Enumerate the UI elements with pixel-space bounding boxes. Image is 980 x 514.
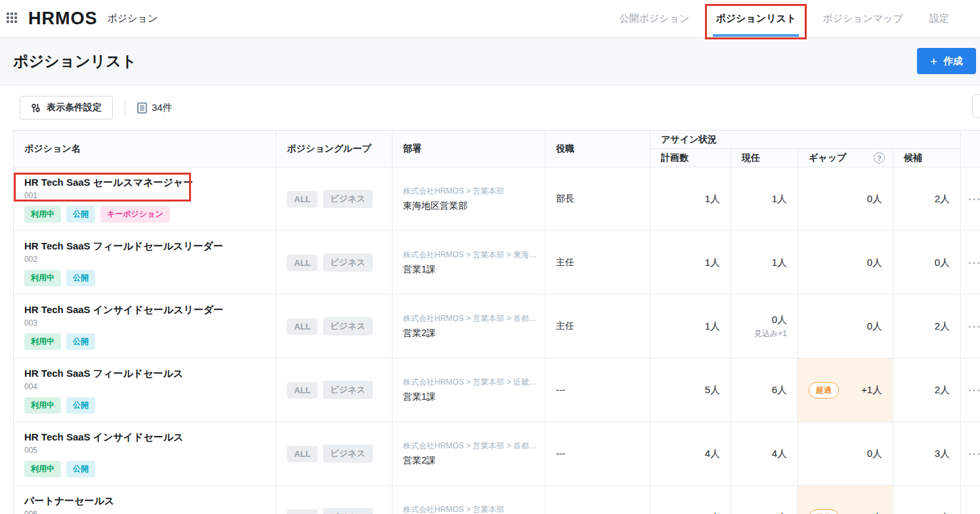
app-launcher-icon[interactable] (7, 12, 18, 24)
gap-value: +1人 (861, 384, 882, 396)
row-more-button[interactable]: ⋯ (961, 358, 980, 421)
column-header-department: 部署 (393, 131, 545, 167)
list-count-icon (137, 102, 147, 114)
row-more-button[interactable]: ⋯ (961, 295, 980, 358)
role-value: 部長 (556, 193, 574, 205)
toolbar-divider (125, 100, 125, 116)
badge-row: 利用中公開 (24, 397, 265, 414)
table-row: HR Tech SaaS インサイドセールス 005 利用中公開 ALLビジネス… (14, 422, 980, 486)
position-name-cell: パートナーセールス 006 利用中公開 (14, 486, 276, 514)
candidates-cell: 2人 (893, 167, 961, 230)
row-more-button[interactable]: ⋯ (961, 422, 980, 485)
current-value: 4人 (772, 448, 787, 460)
group-chip: ALL (287, 255, 318, 271)
current-value: 6人 (772, 384, 787, 396)
gap-value: 0人 (867, 320, 882, 333)
status-badge-active: 利用中 (24, 461, 61, 477)
department-breadcrumb[interactable]: 株式会社HRMOS > 営業本部 > 首都… (403, 313, 534, 324)
candidates-cell: 2人 (893, 295, 961, 358)
candidates-value: 2人 (935, 384, 950, 396)
role-cell: 部長 (545, 167, 650, 230)
gap-status-pill: 不足 (809, 509, 839, 514)
candidates-cell: 2人 (893, 358, 961, 421)
badge-row: 利用中公開 (24, 333, 265, 350)
table-row: HR Tech SaaS フィールドセールス 004 利用中公開 ALLビジネス… (14, 358, 980, 422)
department-breadcrumb[interactable]: 株式会社HRMOS > 営業本部 > 首都… (403, 440, 534, 452)
list-toolbar: 表示条件設定 34件 (0, 85, 980, 130)
department-cell: 株式会社HRMOS > 営業本部 > 首都… 営業2課 (393, 422, 545, 485)
table-row: パートナーセールス 006 利用中公開 ALLビジネス 株式会社HRMOS > … (14, 486, 980, 514)
department-cell: 株式会社HRMOS > 営業本部 > 東海… 営業1課 (393, 231, 545, 294)
page-title: ポジションリスト (13, 51, 137, 72)
row-more-button[interactable]: ⋯ (961, 231, 980, 294)
position-name-link[interactable]: HR Tech SaaS インサイドセールス (24, 431, 265, 444)
department-breadcrumb[interactable]: 株式会社HRMOS > 営業本部 > 近畿… (403, 377, 534, 388)
nav-position-list[interactable]: ポジションリスト (713, 0, 799, 37)
department-breadcrumb[interactable]: 株式会社HRMOS > 営業本部 (403, 504, 534, 514)
current-cell: 1人 (731, 231, 798, 294)
position-code: 005 (24, 446, 265, 455)
gap-header-label: ギャップ (809, 152, 846, 164)
position-code: 002 (24, 255, 265, 264)
toolbar-edge-button[interactable] (972, 95, 980, 118)
candidates-value: 2人 (935, 320, 950, 333)
gap-cell: 超過 +1人 (798, 358, 893, 421)
group-chip: ビジネス (323, 253, 372, 272)
group-chip: ALL (287, 382, 318, 398)
position-code: 003 (24, 318, 265, 328)
candidates-value: 1人 (935, 511, 950, 514)
position-group-cell: ALLビジネス (276, 486, 393, 514)
hrmos-logo: HRMOS (28, 9, 98, 29)
position-code: 001 (24, 191, 265, 200)
topbar: HRMOS ポジション 公開ポジション ポジションリスト ポジションマップ 設定 (0, 0, 980, 37)
current-cell: 6人 (731, 358, 798, 421)
position-name-link[interactable]: HR Tech SaaS フィールドセールスリーダー (24, 240, 265, 253)
position-code: 004 (24, 382, 265, 391)
nav-position-map[interactable]: ポジションマップ (820, 0, 906, 37)
badge-row: 利用中公開 (24, 461, 265, 477)
nav-public-positions[interactable]: 公開ポジション (617, 0, 692, 37)
create-button[interactable]: + 作成 (917, 48, 976, 74)
position-name-link[interactable]: HR Tech SaaS フィールドセールス (24, 368, 265, 380)
role-cell: --- (545, 358, 650, 421)
filter-settings-button[interactable]: 表示条件設定 (20, 96, 113, 119)
status-badge-active: 利用中 (24, 206, 61, 223)
row-more-button[interactable]: ⋯ (961, 167, 980, 230)
status-badge-active: 利用中 (24, 397, 61, 414)
role-value: 主任 (556, 257, 574, 268)
gap-help-icon[interactable]: ? (874, 152, 885, 163)
role-value: --- (556, 448, 565, 459)
group-chip: ビジネス (323, 317, 372, 335)
status-badge-public: 公開 (66, 397, 95, 414)
position-name-cell: HR Tech SaaS フィールドセールスリーダー 002 利用中公開 (14, 231, 276, 294)
position-group-cell: ALLビジネス (276, 422, 393, 485)
page-header: ポジションリスト + 作成 (0, 37, 980, 85)
position-name-link[interactable]: HR Tech SaaS インサイドセールスリーダー (24, 304, 265, 316)
gap-cell: 0人 (798, 422, 893, 485)
planned-cell: 5人 (650, 358, 731, 421)
department-name: 営業1課 (403, 264, 534, 276)
filter-settings-label: 表示条件設定 (47, 102, 102, 114)
status-badge-public: 公開 (66, 270, 95, 286)
status-badge-public: 公開 (66, 461, 95, 477)
department-breadcrumb[interactable]: 株式会社HRMOS > 営業本部 (403, 186, 534, 197)
more-icon: ⋯ (968, 191, 980, 207)
position-table: ポジション名 ポジショングループ 部署 役職 アサイン状況 計画数 現任 ギャッ… (13, 130, 980, 514)
more-icon: ⋯ (968, 509, 980, 514)
row-more-button[interactable]: ⋯ (961, 486, 980, 514)
product-label: ポジション (108, 12, 158, 25)
column-header-assign-status: アサイン状況 (650, 131, 961, 149)
position-group-cell: ALLビジネス (276, 295, 393, 358)
position-name-link[interactable]: HR Tech SaaS セールスマネージャー (24, 177, 265, 189)
role-cell: 主任 (545, 231, 650, 294)
role-value: --- (556, 385, 565, 395)
planned-cell: 1人 (650, 167, 731, 230)
status-badge-public: 公開 (66, 333, 95, 350)
planned-value: 1人 (705, 320, 720, 333)
column-header-current: 現任 (731, 149, 798, 167)
current-value: 0人 (772, 314, 787, 326)
current-cell: 1人 (731, 486, 798, 514)
nav-settings[interactable]: 設定 (927, 0, 952, 37)
position-name-link[interactable]: パートナーセールス (24, 495, 265, 507)
department-breadcrumb[interactable]: 株式会社HRMOS > 営業本部 > 東海… (403, 249, 534, 261)
